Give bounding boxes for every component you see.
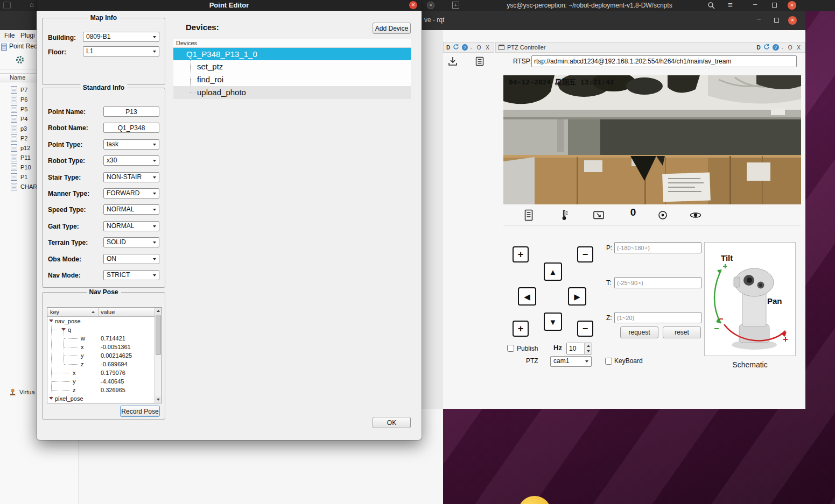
scroll-thumb[interactable] xyxy=(156,315,161,355)
robot-name-input[interactable] xyxy=(103,123,159,133)
point-file-icon xyxy=(11,105,17,113)
obs-mode-select[interactable]: ON xyxy=(103,254,159,264)
help-icon[interactable]: ? xyxy=(773,44,779,51)
pan-input[interactable] xyxy=(614,242,701,253)
hz-input[interactable] xyxy=(567,343,584,354)
value-column-header[interactable]: value xyxy=(101,308,115,316)
scroll-up-icon[interactable] xyxy=(155,308,162,314)
tree-row[interactable]: pixel_pose xyxy=(47,394,155,403)
orbit-icon[interactable] xyxy=(689,209,702,222)
form-row: Point Name: xyxy=(43,107,165,117)
device-root-item[interactable]: Q1_P348_P13_1_0 xyxy=(173,48,411,60)
dock-window-controls[interactable]: - O X xyxy=(471,45,491,51)
rqt-close-button[interactable]: × xyxy=(788,16,797,25)
keyboard-checkbox[interactable] xyxy=(605,358,612,365)
help-icon[interactable]: ? xyxy=(462,44,467,51)
dialog-close-button[interactable]: ✕ xyxy=(409,1,417,9)
key-column-header[interactable]: key xyxy=(50,308,59,316)
rqt-maximize-button[interactable] xyxy=(774,18,779,23)
resize-view-icon[interactable] xyxy=(592,209,605,222)
report-icon[interactable] xyxy=(522,209,535,222)
pan-up-button[interactable]: ▲ xyxy=(544,262,562,281)
menu-plugins[interactable]: Plugi xyxy=(20,32,35,39)
pan-right-button[interactable]: ▶ xyxy=(568,287,586,306)
menu-icon[interactable]: ≡ xyxy=(728,1,733,9)
device-child-item[interactable]: find_roi xyxy=(173,73,411,86)
ptz-controller-panel: D ? - O X PTZ Controller D ? - O X RTSP: xyxy=(443,30,805,409)
reset-button[interactable]: reset xyxy=(663,326,701,338)
device-child-item[interactable]: upload_photo xyxy=(173,86,411,99)
tree-row[interactable]: q xyxy=(47,325,155,334)
checklist-icon[interactable] xyxy=(473,55,486,68)
stair-type-select[interactable]: NON-STAIR xyxy=(103,172,159,182)
nav-mode-select[interactable]: STRICT xyxy=(103,270,159,280)
point-type-select[interactable]: task xyxy=(103,139,159,150)
tilt-input[interactable] xyxy=(614,277,701,288)
pan-down-button[interactable]: ▼ xyxy=(544,313,562,331)
devices-column-header[interactable]: Devices xyxy=(173,39,411,48)
zoom-input[interactable] xyxy=(614,312,701,323)
scroll-down-icon[interactable] xyxy=(155,396,162,403)
floor-select[interactable]: L1 xyxy=(83,46,159,56)
maximize-button[interactable] xyxy=(772,3,777,8)
terrain-type-select[interactable]: SOLID xyxy=(103,237,159,247)
manner-type-select[interactable]: FORWARD xyxy=(103,188,159,198)
new-tab-icon[interactable]: + xyxy=(452,2,459,9)
tree-row[interactable]: y-4.40645 xyxy=(47,377,155,386)
dock-d-icon[interactable]: D xyxy=(446,45,450,51)
expander-icon[interactable] xyxy=(49,397,53,400)
add-device-button[interactable]: Add Device xyxy=(373,23,411,34)
expander-icon[interactable] xyxy=(61,328,66,331)
import-icon[interactable] xyxy=(446,55,459,68)
zoom-out-button[interactable]: − xyxy=(577,246,593,262)
tree-row[interactable]: w0.714421 xyxy=(47,334,155,343)
column-divider[interactable] xyxy=(98,308,99,316)
camera-select[interactable]: cam1 xyxy=(550,356,592,367)
point-name-input[interactable] xyxy=(103,107,159,117)
search-icon[interactable] xyxy=(707,2,715,11)
expander-icon[interactable] xyxy=(49,320,53,322)
desktop-icon[interactable] xyxy=(518,496,551,504)
tree-row[interactable]: z0.326965 xyxy=(47,386,155,394)
thermometer-icon[interactable] xyxy=(558,209,571,222)
record-pose-button[interactable]: Record Pose xyxy=(120,406,160,417)
hz-spinner[interactable] xyxy=(566,343,592,354)
tree-row[interactable]: y0.00214625 xyxy=(47,351,155,360)
pan-left-button[interactable]: ◀ xyxy=(518,287,536,306)
spin-up-icon[interactable] xyxy=(584,343,592,349)
robot-type-select[interactable]: x30 xyxy=(103,155,159,166)
scrollbar[interactable] xyxy=(155,308,162,403)
dock-d-icon[interactable]: D xyxy=(756,45,760,51)
ok-button[interactable]: OK xyxy=(373,417,411,428)
request-button[interactable]: request xyxy=(620,326,658,338)
tree-row[interactable]: z-0.699694 xyxy=(47,360,155,368)
refresh-icon[interactable] xyxy=(763,44,770,51)
gear-icon[interactable] xyxy=(15,55,25,67)
dock-window-controls[interactable]: - O X xyxy=(782,45,802,51)
building-select[interactable]: 0809-B1 xyxy=(83,32,159,42)
focus-out-button[interactable]: − xyxy=(577,321,593,337)
window-close-icon[interactable]: ✕ xyxy=(427,2,434,9)
rqt-minimize-button[interactable]: – xyxy=(757,15,761,23)
minimize-button[interactable]: – xyxy=(753,1,757,8)
spin-down-icon[interactable] xyxy=(584,349,592,354)
publish-checkbox[interactable] xyxy=(507,345,514,352)
rtsp-input[interactable] xyxy=(531,55,797,67)
camera-video-feed: 04-12-2024 星期五 13:21:42 xyxy=(503,75,801,204)
speed-type-select[interactable]: NORMAL xyxy=(103,204,159,215)
gait-type-select[interactable]: NORMAL xyxy=(103,221,159,231)
tree-row[interactable]: x0.179076 xyxy=(47,368,155,377)
zoom-in-button[interactable]: + xyxy=(513,246,529,262)
record-icon[interactable] xyxy=(656,209,669,222)
focus-in-button[interactable]: + xyxy=(513,321,529,337)
close-button[interactable]: × xyxy=(788,1,796,10)
point-label: P5 xyxy=(20,104,27,114)
tree-row[interactable]: x-0.0051361 xyxy=(47,343,155,351)
device-child-item[interactable]: set_ptz xyxy=(173,60,411,73)
minus-icon: − xyxy=(583,250,588,259)
menu-file[interactable]: File xyxy=(4,32,15,39)
refresh-icon[interactable] xyxy=(453,44,459,51)
table-header[interactable]: key value xyxy=(47,308,155,317)
tree-key: nav_pose xyxy=(55,317,81,325)
tree-row[interactable]: nav_pose xyxy=(47,317,155,325)
